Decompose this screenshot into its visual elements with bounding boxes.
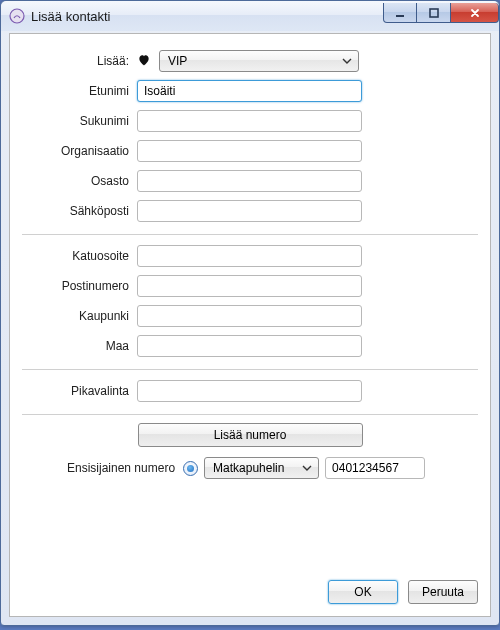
dialog-footer: OK Peruuta (328, 580, 478, 604)
zip-input[interactable] (137, 275, 362, 297)
zip-row: Postinumero (22, 273, 478, 299)
phone-type-select[interactable]: Matkapuhelin (204, 457, 319, 479)
speeddial-input[interactable] (137, 380, 362, 402)
separator-1 (22, 234, 478, 235)
lastname-input[interactable] (137, 110, 362, 132)
email-row: Sähköposti (22, 198, 478, 224)
country-row: Maa (22, 333, 478, 359)
firstname-input[interactable] (137, 80, 362, 102)
firstname-row: Etunimi (22, 78, 478, 104)
primary-number-row: Ensisijainen numero Matkapuhelin (22, 457, 478, 479)
city-label: Kaupunki (22, 309, 137, 323)
add-type-row: Lisää: VIP (22, 48, 478, 74)
svg-rect-2 (430, 9, 438, 17)
heart-icon (137, 53, 153, 69)
lastname-row: Sukunimi (22, 108, 478, 134)
add-contact-window: Lisää kontakti Lisää: VIP (0, 0, 500, 626)
country-label: Maa (22, 339, 137, 353)
speeddial-row: Pikavalinta (22, 378, 478, 404)
separator-3 (22, 414, 478, 415)
street-row: Katuosoite (22, 243, 478, 269)
dept-label: Osasto (22, 174, 137, 188)
minimize-button[interactable] (383, 3, 417, 23)
ok-button[interactable]: OK (328, 580, 398, 604)
vip-select-value: VIP (168, 54, 187, 68)
city-input[interactable] (137, 305, 362, 327)
street-label: Katuosoite (22, 249, 137, 263)
chevron-down-icon (342, 56, 352, 66)
email-label: Sähköposti (22, 204, 137, 218)
titlebar[interactable]: Lisää kontakti (1, 1, 499, 31)
chevron-down-icon (302, 463, 312, 473)
speeddial-label: Pikavalinta (22, 384, 137, 398)
lastname-label: Sukunimi (22, 114, 137, 128)
maximize-button[interactable] (417, 3, 451, 23)
app-icon (9, 8, 25, 24)
zip-label: Postinumero (22, 279, 137, 293)
cancel-button[interactable]: Peruuta (408, 580, 478, 604)
window-buttons (383, 3, 499, 23)
org-input[interactable] (137, 140, 362, 162)
phone-number-input[interactable] (325, 457, 425, 479)
vip-select[interactable]: VIP (159, 50, 359, 72)
close-button[interactable] (451, 3, 499, 23)
client-area: Lisää: VIP Etunimi Sukunimi Organisaatio (9, 33, 491, 617)
add-number-button[interactable]: Lisää numero (138, 423, 363, 447)
firstname-label: Etunimi (22, 84, 137, 98)
street-input[interactable] (137, 245, 362, 267)
svg-rect-1 (396, 15, 404, 17)
add-type-label: Lisää: (22, 54, 137, 68)
country-input[interactable] (137, 335, 362, 357)
org-row: Organisaatio (22, 138, 478, 164)
dept-row: Osasto (22, 168, 478, 194)
city-row: Kaupunki (22, 303, 478, 329)
primary-number-label: Ensisijainen numero (67, 461, 175, 475)
window-title: Lisää kontakti (31, 9, 383, 24)
primary-number-radio[interactable] (183, 461, 198, 476)
phone-type-value: Matkapuhelin (213, 461, 284, 475)
org-label: Organisaatio (22, 144, 137, 158)
separator-2 (22, 369, 478, 370)
email-input[interactable] (137, 200, 362, 222)
dept-input[interactable] (137, 170, 362, 192)
add-number-row: Lisää numero (22, 423, 478, 447)
